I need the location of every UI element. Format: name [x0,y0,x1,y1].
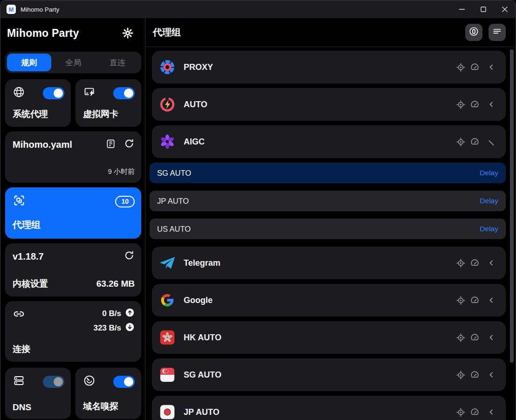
locate-current-node-icon[interactable] [454,258,468,269]
chevron-left-icon[interactable] [485,62,497,72]
delay-label[interactable]: Delay [480,225,498,233]
core-refresh-icon[interactable] [124,250,135,263]
proxy-node-name: US AUTO [157,225,480,234]
proxy-group-name: PROXY [184,62,454,72]
proxy-group-name: HK AUTO [184,333,454,343]
flag-jp-icon [158,403,176,420]
download-arrow-icon [125,322,135,334]
mode-tab-inactive[interactable]: 全局 [51,54,96,71]
proxy-group-row[interactable]: JP AUTO [152,396,506,420]
page-title: 代理组 [153,26,459,39]
globe-icon [13,86,25,100]
telegram-icon [158,254,176,272]
proxy-group-row[interactable]: Telegram [152,247,506,279]
openai-icon [158,133,176,151]
speed-test-icon[interactable] [468,407,482,418]
chevron-left-icon[interactable] [485,407,497,417]
speed-test-icon[interactable] [468,370,482,380]
profile-refresh-icon[interactable] [124,138,135,151]
proxy-group-name: Google [184,296,454,305]
sort-button[interactable] [488,24,506,41]
speed-test-icon[interactable] [468,295,482,306]
flag-hk-icon [158,329,176,346]
proxy-node-sublist: SG AUTODelayJP AUTODelayUS AUTODelay [150,163,506,239]
proxy-group-row[interactable]: AIGC [152,125,506,158]
settings-gear-icon[interactable] [120,25,136,41]
delay-label[interactable]: Delay [480,197,498,205]
locate-current-node-icon[interactable] [454,370,468,380]
tun-card[interactable]: 虚拟网卡 [76,79,141,127]
core-memory-value: 63.26 MB [96,279,135,289]
speed-test-icon[interactable] [468,62,482,73]
locate-current-node-icon[interactable] [454,99,468,110]
proxy-node-row[interactable]: US AUTODelay [150,219,506,239]
google-icon [158,291,176,309]
core-card[interactable]: v1.18.7 内核设置 63.26 MB [5,243,141,296]
connections-card[interactable]: 0 B/s 323 B/s [5,301,141,362]
app-logo-icon: M [7,5,16,14]
speed-test-icon[interactable] [468,258,482,269]
speed-test-icon[interactable] [468,137,482,147]
proxy-node-row[interactable]: SG AUTODelay [150,163,506,183]
maximize-button[interactable] [473,0,494,18]
sniff-icon [83,374,96,389]
speed-test-icon[interactable] [468,99,482,110]
chevron-left-icon[interactable] [485,370,497,379]
tun-toggle[interactable] [113,87,135,99]
mode-tab-active[interactable]: 规则 [7,54,51,71]
locate-current-node-icon[interactable] [454,62,468,73]
main-panel: 代理组 PROXYAUTOAIGCSG AUTODelayJP AUT [145,18,516,420]
chevron-down-icon[interactable] [485,137,497,146]
dns-server-icon [13,374,25,389]
proxy-group-row[interactable]: HK AUTO [152,321,506,354]
proxy-group-row[interactable]: AUTO [152,88,506,121]
proxy-group-list: PROXYAUTOAIGCSG AUTODelayJP AUTODelayUS … [145,47,516,420]
scrollbar-thumb[interactable] [510,49,514,363]
locate-current-node-icon[interactable] [454,407,468,418]
chevron-left-icon[interactable] [485,333,497,342]
locate-current-node-icon[interactable] [454,332,468,343]
dns-label: DNS [13,402,64,413]
sniff-toggle[interactable] [113,376,135,388]
delay-label[interactable]: Delay [480,169,498,177]
locate-current-node-icon[interactable] [454,137,468,147]
collapse-all-button[interactable] [465,24,482,41]
profile-card[interactable]: Mihomo.yaml 9 小时前 [5,131,141,183]
core-version: v1.18.7 [13,251,44,262]
sidebar: Mihomo Party 规则全局直连 [0,18,145,420]
proxy-node-row[interactable]: JP AUTODelay [150,191,506,211]
outbound-mode-tabs: 规则全局直连 [5,52,141,73]
proxy-groups-count-badge: 10 [115,196,135,207]
profile-edit-icon[interactable] [105,138,116,151]
mode-tab-inactive[interactable]: 直连 [95,54,139,71]
proxy-group-row[interactable]: PROXY [152,51,506,83]
chevron-left-icon[interactable] [485,258,497,268]
system-proxy-card[interactable]: 系统代理 [5,79,71,127]
dns-toggle[interactable] [43,376,64,388]
chevron-left-icon[interactable] [485,100,497,109]
system-proxy-toggle[interactable] [43,87,64,99]
proxy-group-row[interactable]: Google [152,284,506,317]
sidebar-app-title: Mihomo Party [7,27,79,40]
proxy-groups-icon [13,194,26,209]
dns-card[interactable]: DNS [5,368,71,419]
proxy-groups-nav-card[interactable]: 10 代理组 [5,187,141,239]
zero-circle-icon [468,26,479,39]
proxy-node-name: JP AUTO [157,197,480,206]
locate-current-node-icon[interactable] [454,295,468,306]
virtual-nic-icon [83,86,96,100]
link-icon [13,308,25,334]
profile-updated-time: 9 小时前 [13,167,135,176]
speed-test-icon[interactable] [468,332,482,343]
proxy-group-name: JP AUTO [184,407,454,417]
chevron-left-icon[interactable] [485,296,497,305]
proxy-group-row[interactable]: SG AUTO [152,358,506,391]
close-button[interactable] [494,0,516,18]
minimize-button[interactable] [451,0,473,18]
core-settings-label: 内核设置 [13,278,48,290]
sniff-card[interactable]: 域名嗅探 [76,368,141,419]
flag-sg-icon [158,366,176,384]
app-window: M Mihomo Party Mihomo Party [0,0,516,420]
proxy-groups-nav-label: 代理组 [13,219,135,231]
system-proxy-label: 系统代理 [13,108,64,120]
